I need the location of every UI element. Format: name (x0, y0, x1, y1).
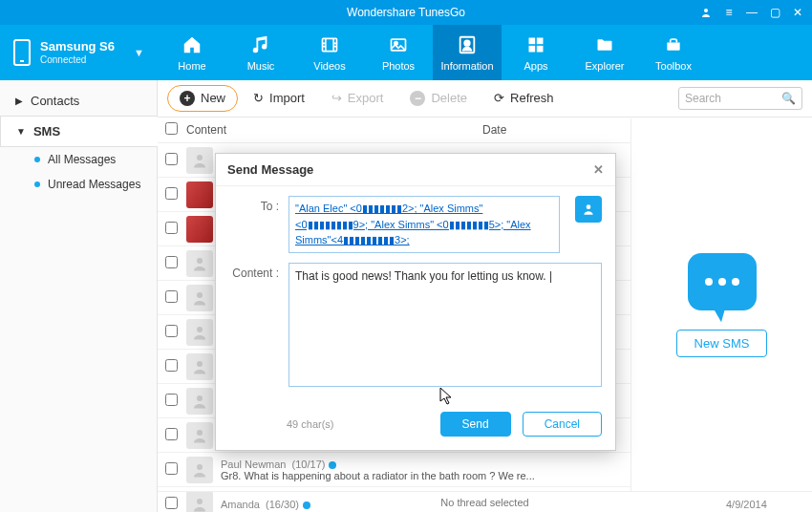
svg-point-14 (197, 361, 203, 367)
delete-icon: − (410, 91, 425, 106)
avatar (186, 147, 213, 174)
svg-point-19 (587, 204, 591, 209)
nav-videos[interactable]: Videos (295, 25, 364, 80)
nav-information[interactable]: Information (433, 25, 502, 80)
row-checkbox[interactable] (165, 462, 178, 475)
svg-point-0 (704, 9, 708, 12)
photo-icon (386, 34, 411, 55)
bullet-icon (34, 157, 40, 162)
import-button[interactable]: ↻Import (242, 86, 316, 110)
svg-rect-1 (323, 38, 337, 51)
add-contact-button[interactable] (575, 196, 602, 223)
user-icon[interactable] (699, 6, 713, 19)
status-bar: No thread selected (158, 491, 812, 512)
select-all-checkbox[interactable] (165, 122, 178, 135)
search-input[interactable]: Search 🔍 (678, 87, 802, 110)
sidebar-item-all-messages[interactable]: All Messages (0, 147, 157, 172)
new-button[interactable]: +New (167, 85, 238, 112)
to-label: To : (229, 196, 279, 213)
export-icon: ↪ (331, 91, 342, 105)
avatar (186, 181, 213, 208)
sidebar: ▶ Contacts ▼ SMS All Messages Unread Mes… (0, 80, 158, 512)
avatar (186, 388, 213, 415)
contacts-icon (455, 34, 480, 55)
top-nav: Samsung S6 Connected ▼ Home Music Videos… (0, 25, 812, 80)
nav-apps[interactable]: Apps (502, 25, 570, 80)
apps-icon (524, 34, 548, 55)
home-icon (180, 34, 204, 55)
row-checkbox[interactable] (165, 187, 178, 200)
svg-point-15 (197, 395, 203, 401)
menu-icon[interactable]: ≡ (722, 6, 736, 19)
close-icon[interactable]: ✕ (791, 6, 804, 19)
device-name: Samsung S6 (40, 40, 115, 54)
bullet-icon (34, 181, 40, 187)
row-checkbox[interactable] (165, 428, 178, 440)
avatar (186, 353, 213, 380)
sidebar-item-unread-messages[interactable]: Unread Messages (0, 172, 157, 197)
svg-point-10 (197, 155, 203, 160)
nav-home[interactable]: Home (158, 25, 226, 80)
svg-rect-9 (537, 45, 544, 52)
svg-point-16 (197, 430, 203, 436)
row-checkbox[interactable] (165, 153, 178, 165)
send-message-dialog: Send Message ✕ To : "Alan Elec" <0▮▮▮▮▮▮… (215, 153, 616, 451)
delete-button[interactable]: −Delete (398, 86, 479, 111)
avatar (186, 250, 213, 277)
dialog-title: Send Message (227, 162, 313, 177)
svg-rect-8 (529, 45, 536, 52)
row-checkbox[interactable] (165, 359, 178, 372)
close-icon[interactable]: ✕ (593, 162, 604, 177)
unread-dot-icon (329, 461, 336, 469)
char-count: 49 char(s) (287, 418, 334, 430)
nav-photos[interactable]: Photos (364, 25, 433, 80)
minimize-icon[interactable]: — (745, 6, 759, 19)
avatar (186, 285, 213, 311)
content-label: Content : (229, 263, 279, 280)
chevron-down-icon: ▼ (134, 47, 144, 58)
avatar (186, 216, 213, 243)
chevron-down-icon: ▼ (16, 126, 26, 137)
avatar (186, 422, 213, 449)
device-selector[interactable]: Samsung S6 Connected ▼ (0, 25, 158, 80)
status-text: No thread selected (440, 497, 528, 508)
content-input[interactable]: That is good news! Thank you for letting… (288, 263, 602, 387)
chevron-right-icon: ▶ (15, 96, 23, 106)
svg-point-12 (197, 292, 203, 298)
folder-icon (592, 34, 617, 55)
maximize-icon[interactable]: ▢ (768, 6, 781, 19)
new-sms-button[interactable]: New SMS (676, 330, 768, 357)
refresh-icon: ⟳ (494, 91, 504, 105)
sidebar-item-contacts[interactable]: ▶ Contacts (0, 86, 157, 116)
row-checkbox[interactable] (165, 394, 178, 406)
svg-point-17 (197, 464, 203, 470)
avatar (186, 457, 213, 483)
column-content[interactable]: Content (186, 123, 482, 137)
nav-explorer[interactable]: Explorer (570, 25, 639, 80)
sidebar-item-sms[interactable]: ▼ SMS (0, 116, 158, 147)
search-icon: 🔍 (781, 92, 796, 105)
title-bar: Wondershare TunesGo ≡ — ▢ ✕ (0, 0, 812, 25)
sms-bubble-icon (688, 253, 757, 310)
send-button[interactable]: Send (440, 412, 511, 437)
toolbar: +New ↻Import ↪Export −Delete ⟳Refresh Se… (158, 80, 812, 117)
music-icon (248, 34, 273, 55)
nav-music[interactable]: Music (226, 25, 295, 80)
row-checkbox[interactable] (165, 325, 178, 337)
export-button[interactable]: ↪Export (320, 86, 395, 110)
svg-rect-6 (529, 37, 536, 44)
cancel-button[interactable]: Cancel (523, 412, 602, 437)
svg-point-11 (197, 258, 203, 264)
device-status: Connected (40, 54, 115, 66)
svg-point-13 (197, 327, 203, 332)
video-icon (317, 34, 342, 55)
preview-panel: New SMS (630, 118, 812, 491)
row-checkbox[interactable] (165, 256, 178, 268)
nav-toolbox[interactable]: Toolbox (639, 25, 708, 80)
recipients-input[interactable]: "Alan Elec" <0▮▮▮▮▮▮▮2>; "Alex Simms"<0▮… (288, 196, 560, 253)
svg-rect-7 (537, 37, 544, 44)
row-checkbox[interactable] (165, 290, 178, 303)
phone-icon (13, 39, 31, 66)
row-checkbox[interactable] (165, 222, 178, 234)
refresh-button[interactable]: ⟳Refresh (482, 86, 566, 110)
